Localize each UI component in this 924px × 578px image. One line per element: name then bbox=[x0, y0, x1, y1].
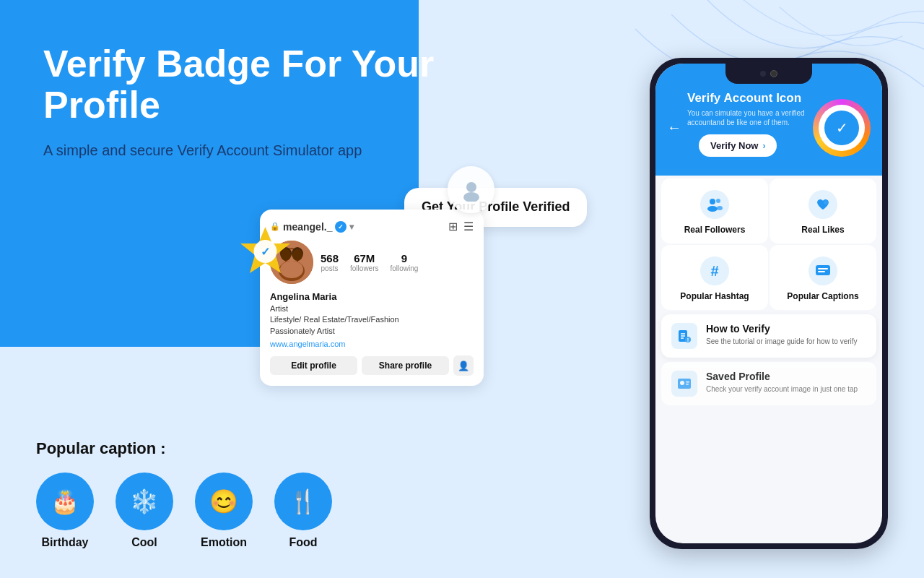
how-to-card[interactable]: How to Verify See the tutorial or image … bbox=[661, 314, 876, 358]
verify-ring-inner: ✓ bbox=[819, 105, 865, 151]
svg-point-16 bbox=[716, 199, 720, 203]
follow-icon-button[interactable]: 👤 bbox=[453, 355, 474, 376]
page-wrapper: Verify Badge For Your Profile A simple a… bbox=[0, 0, 924, 578]
verify-check-icon: ✓ bbox=[824, 111, 859, 145]
food-label: Food bbox=[289, 536, 317, 549]
real-likes-icon bbox=[808, 190, 837, 219]
phone-screen: ← Verify Account Icon You can simulate y… bbox=[655, 64, 882, 543]
grid-item-popular-captions[interactable]: Popular Captions bbox=[770, 245, 876, 310]
real-likes-label: Real Likes bbox=[801, 225, 844, 235]
food-icon: 🍴 bbox=[274, 473, 332, 530]
popular-hashtag-icon: # bbox=[700, 256, 729, 285]
profile-link[interactable]: www.angelmaria.com bbox=[270, 340, 474, 348]
verify-ring: ✓ bbox=[813, 99, 871, 157]
popular-captions-icon bbox=[808, 256, 837, 285]
stats-group: 568 posts 67M followers 9 following bbox=[321, 252, 418, 272]
left-section: Verify Badge For Your Profile A simple a… bbox=[43, 43, 448, 160]
verify-arrow-icon: › bbox=[762, 141, 765, 151]
emotion-label: Emotion bbox=[201, 536, 247, 549]
app-header-content: Verify Account Icon You can simulate you… bbox=[687, 91, 813, 164]
popular-captions-label: Popular Captions bbox=[787, 291, 858, 301]
app-grid: Real Followers Real Likes # Popu bbox=[661, 178, 876, 310]
add-icon[interactable]: ⊞ bbox=[448, 220, 458, 233]
edit-profile-button[interactable]: Edit profile bbox=[270, 356, 357, 375]
tooltip-avatar-bubble bbox=[448, 166, 494, 213]
real-followers-label: Real Followers bbox=[684, 225, 746, 235]
stat-followers: 67M followers bbox=[350, 252, 378, 272]
how-to-title: How to Verify bbox=[706, 323, 858, 335]
app-description: You can simulate you have a verified acc… bbox=[687, 108, 813, 127]
saved-profile-card[interactable]: Saved Profile Check your verify account … bbox=[661, 362, 876, 405]
saved-profile-content: Saved Profile Check your verify account … bbox=[706, 371, 858, 394]
stat-posts: 568 posts bbox=[321, 252, 339, 272]
grid-item-real-likes[interactable]: Real Likes bbox=[770, 178, 876, 243]
svg-point-17 bbox=[717, 206, 723, 210]
svg-point-14 bbox=[710, 199, 715, 204]
birthday-label: Birthday bbox=[42, 536, 89, 549]
grid-item-popular-hashtag[interactable]: # Popular Hashtag bbox=[661, 245, 768, 310]
svg-point-11 bbox=[292, 249, 302, 261]
verified-badge: ✓ bbox=[238, 224, 292, 281]
notch-camera bbox=[770, 70, 777, 77]
popular-section: Popular caption : 🎂 Birthday ❄️ Cool 😊 E… bbox=[36, 439, 332, 549]
caption-item-cool[interactable]: ❄️ Cool bbox=[116, 473, 173, 549]
phone-notch bbox=[725, 64, 812, 84]
emotion-icon: 😊 bbox=[195, 473, 253, 530]
popular-hashtag-label: Popular Hashtag bbox=[680, 291, 749, 301]
how-to-icon bbox=[671, 323, 697, 349]
svg-point-28 bbox=[687, 340, 689, 342]
phone-mockup: ← Verify Account Icon You can simulate y… bbox=[650, 58, 888, 549]
svg-rect-32 bbox=[686, 384, 689, 385]
saved-profile-icon bbox=[671, 371, 697, 397]
birthday-icon: 🎂 bbox=[36, 473, 94, 530]
caption-item-birthday[interactable]: 🎂 Birthday bbox=[36, 473, 94, 549]
cool-icon: ❄️ bbox=[116, 473, 173, 530]
svg-point-13 bbox=[463, 192, 479, 202]
verified-check-icon: ✓ bbox=[335, 221, 346, 233]
saved-profile-description: Check your verify account image in just … bbox=[706, 384, 858, 394]
verify-now-button[interactable]: Verify Now › bbox=[699, 134, 777, 157]
svg-point-18 bbox=[824, 200, 828, 204]
profile-card-header: 🔒 meangel._ ✓ ▾ ⊞ ☰ bbox=[270, 220, 474, 233]
how-to-content: How to Verify See the tutorial or image … bbox=[706, 323, 858, 347]
share-profile-button[interactable]: Share profile bbox=[362, 356, 449, 375]
subtitle: A simple and secure Verify Account Simul… bbox=[43, 140, 448, 160]
caption-items: 🎂 Birthday ❄️ Cool 😊 Emotion 🍴 Food bbox=[36, 473, 332, 549]
stat-following: 9 following bbox=[391, 252, 419, 272]
svg-rect-21 bbox=[818, 271, 825, 272]
svg-rect-31 bbox=[686, 381, 689, 383]
profile-name: Angelina Maria bbox=[270, 291, 474, 302]
svg-rect-20 bbox=[818, 268, 828, 269]
svg-point-15 bbox=[707, 206, 718, 212]
real-followers-icon bbox=[700, 190, 729, 219]
how-to-description: See the tutorial or image guide for how … bbox=[706, 337, 858, 347]
svg-point-30 bbox=[680, 381, 684, 385]
cool-label: Cool bbox=[131, 536, 157, 549]
caption-item-emotion[interactable]: 😊 Emotion bbox=[195, 473, 253, 549]
menu-icon[interactable]: ☰ bbox=[463, 220, 474, 233]
svg-rect-19 bbox=[816, 265, 830, 275]
svg-point-12 bbox=[466, 182, 476, 192]
saved-profile-title: Saved Profile bbox=[706, 371, 858, 382]
svg-text:✓: ✓ bbox=[261, 246, 270, 258]
grid-item-real-followers[interactable]: Real Followers bbox=[661, 178, 768, 243]
verify-icon-circle: ✓ bbox=[813, 99, 871, 157]
main-title: Verify Badge For Your Profile bbox=[43, 43, 448, 126]
profile-card: 🔒 meangel._ ✓ ▾ ⊞ ☰ bbox=[260, 210, 484, 386]
svg-rect-29 bbox=[678, 379, 691, 389]
app-title: Verify Account Icon bbox=[687, 91, 813, 105]
profile-bio: Artist Lifestyle/ Real Estate/Travel/Fas… bbox=[270, 303, 474, 337]
back-button[interactable]: ← bbox=[667, 119, 681, 136]
caption-item-food[interactable]: 🍴 Food bbox=[274, 473, 332, 549]
profile-buttons: Edit profile Share profile 👤 bbox=[270, 355, 474, 376]
popular-caption-title: Popular caption : bbox=[36, 439, 332, 458]
notch-dot bbox=[760, 71, 766, 77]
profile-header-actions: ⊞ ☰ bbox=[448, 220, 474, 233]
profile-stats: 568 posts 67M followers 9 following bbox=[270, 241, 474, 284]
